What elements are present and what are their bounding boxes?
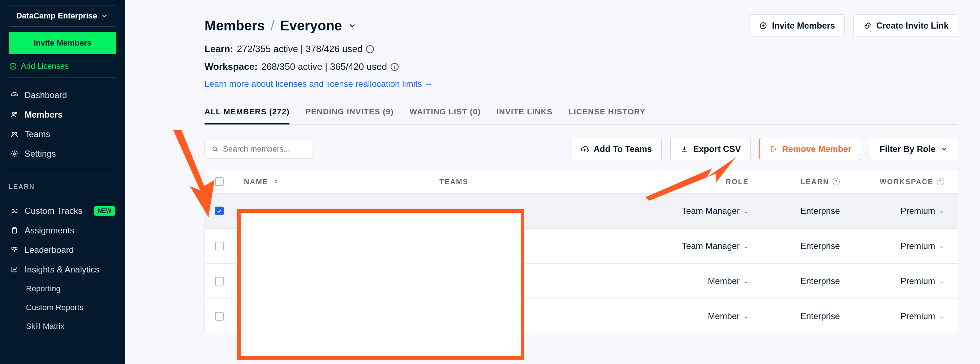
sidebar-item-label: Reporting: [26, 284, 60, 294]
sidebar-item-insights[interactable]: Insights & Analytics: [9, 261, 116, 278]
sidebar-item-assignments[interactable]: Assignments: [9, 222, 116, 239]
sidebar-item-skill-matrix[interactable]: Skill Matrix: [25, 318, 116, 335]
search-input-field[interactable]: [223, 144, 307, 154]
insights-subnav: Reporting Custom Reports Skill Matrix: [9, 280, 116, 335]
sidebar-invite-button[interactable]: Invite Members: [9, 32, 116, 54]
sidebar-item-label: Settings: [25, 149, 56, 159]
chevron-down-icon[interactable]: [348, 21, 357, 30]
col-role[interactable]: ROLE: [635, 178, 752, 186]
row-checkbox[interactable]: [215, 242, 224, 251]
breadcrumb-leaf[interactable]: Everyone: [280, 18, 342, 34]
clipboard-icon: [10, 226, 19, 235]
logout-icon: [769, 145, 778, 153]
sidebar-item-reporting[interactable]: Reporting: [25, 280, 116, 297]
row-checkbox[interactable]: [215, 277, 224, 286]
row-checkbox[interactable]: [215, 312, 224, 321]
info-icon[interactable]: i: [391, 63, 399, 71]
sidebar-item-custom-tracks[interactable]: Custom Tracks NEW: [9, 202, 116, 220]
invite-members-button[interactable]: Invite Members: [749, 14, 845, 37]
cell-role[interactable]: Team Manager⌄: [635, 241, 752, 251]
tab-pending-invites[interactable]: PENDING INVITES (9): [305, 102, 393, 125]
filter-by-role-button[interactable]: Filter By Role: [870, 138, 958, 160]
shuffle-icon: [10, 207, 19, 215]
sidebar-item-label: Teams: [25, 129, 50, 139]
table-row[interactable]: Team Manager⌄ Enterprise Premium⌄: [205, 193, 958, 228]
breadcrumb-root[interactable]: Members: [205, 18, 265, 34]
add-to-teams-button[interactable]: Add To Teams: [571, 138, 662, 160]
sidebar-section-learn: LEARN: [9, 183, 116, 193]
select-all-checkbox[interactable]: [215, 177, 224, 186]
gauge-icon: [10, 91, 19, 99]
info-icon[interactable]: i: [366, 45, 374, 53]
sidebar-item-custom-reports[interactable]: Custom Reports: [25, 299, 116, 316]
sidebar-item-label: Custom Tracks: [25, 206, 83, 216]
sidebar-item-label: Assignments: [25, 225, 74, 236]
chevron-down-icon: [100, 11, 109, 20]
sidebar-item-teams[interactable]: Teams: [9, 126, 116, 143]
team-icon: [10, 130, 19, 139]
sidebar-item-settings[interactable]: Settings: [9, 145, 116, 163]
cell-learn: Enterprise: [752, 241, 844, 251]
svg-point-8: [13, 153, 16, 155]
tab-all-members[interactable]: ALL MEMBERS (272): [205, 102, 290, 125]
new-badge: NEW: [94, 206, 115, 216]
cell-role[interactable]: Member⌄: [635, 276, 752, 286]
col-teams[interactable]: TEAMS: [439, 178, 635, 186]
button-label: Export CSV: [693, 144, 741, 154]
help-icon[interactable]: ?: [937, 178, 944, 185]
add-licenses-label: Add Licenses: [21, 62, 68, 71]
help-icon[interactable]: ?: [832, 178, 840, 185]
table-row[interactable]: Member⌄ Enterprise Premium⌄: [205, 299, 958, 334]
remove-member-button[interactable]: Remove Member: [759, 138, 861, 160]
tab-invite-links[interactable]: INVITE LINKS: [496, 102, 552, 125]
cell-workspace[interactable]: Premium⌄: [843, 241, 948, 251]
col-learn[interactable]: LEARN ?: [752, 178, 844, 186]
trophy-icon: [10, 246, 19, 254]
link-icon: [863, 21, 872, 30]
search-icon: [211, 145, 220, 153]
table-row[interactable]: Member⌄ Enterprise Premium⌄: [205, 263, 958, 299]
chart-line-icon: [10, 265, 19, 274]
sidebar-item-label: Skill Matrix: [26, 322, 64, 331]
add-licenses-link[interactable]: Add Licenses: [9, 59, 116, 78]
col-workspace[interactable]: WORKSPACE ?: [843, 178, 948, 186]
row-checkbox[interactable]: [215, 207, 224, 215]
chevron-down-icon: ⌄: [939, 242, 944, 250]
button-label: Create Invite Link: [876, 21, 948, 31]
users-icon: [10, 110, 19, 119]
tab-license-history[interactable]: LICENSE HISTORY: [568, 102, 645, 125]
sidebar-item-label: Leaderboard: [25, 245, 74, 255]
export-csv-button[interactable]: Export CSV: [670, 138, 751, 160]
main-content: Members / Everyone Invite Members: [125, 0, 980, 364]
sidebar: DataCamp Enterprise Invite Members Add L…: [0, 0, 125, 364]
sidebar-item-members[interactable]: Members: [9, 106, 116, 123]
gear-icon: [10, 149, 19, 158]
plus-circle-icon: [9, 62, 18, 70]
learn-license-stats: Learn: 272/355 active | 378/426 used i: [205, 43, 958, 54]
chevron-down-icon: ⌄: [939, 277, 944, 285]
svg-point-4: [12, 112, 14, 114]
tab-waiting-list[interactable]: WAITING LIST (0): [409, 102, 480, 125]
cloud-upload-icon: [580, 145, 589, 153]
svg-point-6: [12, 133, 14, 135]
chevron-down-icon: [940, 145, 948, 153]
cell-learn: Enterprise: [752, 206, 844, 216]
download-icon: [680, 145, 689, 153]
cell-workspace[interactable]: Premium⌄: [843, 311, 948, 321]
chevron-down-icon: ⌄: [743, 242, 749, 250]
col-name[interactable]: NAME: [244, 177, 439, 186]
chevron-down-icon: ⌄: [939, 312, 944, 320]
cell-role[interactable]: Member⌄: [635, 311, 752, 321]
table-row[interactable]: Team Manager⌄ Enterprise Premium⌄: [205, 228, 958, 263]
cell-workspace[interactable]: Premium⌄: [843, 276, 948, 286]
org-switcher[interactable]: DataCamp Enterprise: [9, 5, 116, 27]
sidebar-item-leaderboard[interactable]: Leaderboard: [9, 241, 116, 259]
chevron-down-icon: ⌄: [743, 312, 749, 320]
cell-workspace[interactable]: Premium⌄: [843, 206, 948, 216]
create-invite-link-button[interactable]: Create Invite Link: [854, 14, 958, 37]
cell-role[interactable]: Team Manager⌄: [635, 206, 752, 216]
org-name: DataCamp Enterprise: [16, 11, 97, 21]
sidebar-item-dashboard[interactable]: Dashboard: [9, 86, 116, 104]
search-input[interactable]: [205, 140, 313, 158]
license-learn-more-link[interactable]: Learn more about licenses and license re…: [205, 79, 433, 89]
